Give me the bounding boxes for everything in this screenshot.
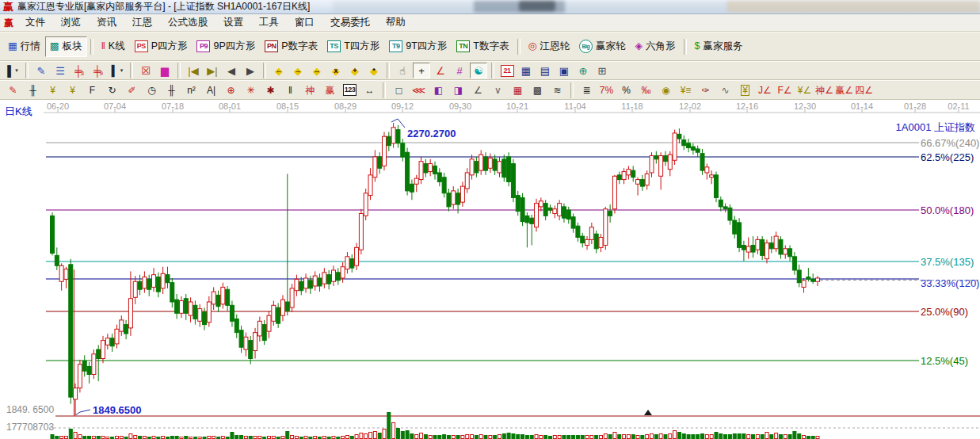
- toolbar-sectors[interactable]: ▩板块: [45, 36, 87, 57]
- draw-v-lines[interactable]: ∨: [489, 82, 507, 98]
- chart-area[interactable]: 06-2007-0407-1808-0108-1508-2909-1209-30…: [0, 100, 980, 439]
- tool-crosshair[interactable]: +: [413, 63, 430, 78]
- draw-red-pen[interactable]: ✎: [4, 82, 22, 98]
- menu-item[interactable]: 工具: [251, 14, 287, 31]
- toolbar-9t-square[interactable]: T99T四方形: [384, 36, 452, 57]
- menu-item[interactable]: 浏览: [53, 14, 89, 31]
- draw-percent-lines[interactable]: ‰: [637, 82, 655, 98]
- draw-ying-tool[interactable]: 赢: [321, 82, 339, 98]
- draw-ruler-ticks[interactable]: ╫: [24, 82, 42, 98]
- tool-zoom-reset[interactable]: ◆x: [327, 63, 345, 78]
- toolbar-p-number-table[interactable]: PNP数字表: [260, 36, 322, 57]
- draw-grid-red[interactable]: ▦: [509, 82, 527, 98]
- draw-brush-tool[interactable]: ✑: [696, 82, 715, 98]
- tool-grid-net[interactable]: #: [451, 63, 468, 78]
- tool-period-candle-dropdown[interactable]: ▌▾: [4, 63, 21, 78]
- tool-bars-3[interactable]: ╪3: [71, 63, 88, 78]
- draw-gann-compass[interactable]: ⊕: [222, 82, 240, 98]
- tool-tick-figure[interactable]: ☒: [137, 63, 154, 78]
- tool-stretch-horizontal[interactable]: ◆↔: [308, 63, 326, 78]
- peak-price-annotation[interactable]: 2270.2700: [407, 128, 456, 139]
- toolbar-hexagon[interactable]: ◈六角形: [630, 36, 680, 57]
- tool-page-next[interactable]: ▶: [242, 63, 259, 78]
- draw-spiral-tool[interactable]: ↻: [103, 82, 121, 98]
- draw-ruler-123[interactable]: 123: [341, 82, 359, 98]
- low-price-annotation[interactable]: 1849.6500: [93, 404, 141, 416]
- tool-smart-analysis[interactable]: ☯: [470, 63, 487, 78]
- tool-shift-left[interactable]: ◆←: [270, 63, 288, 78]
- draw-box-fan[interactable]: ◧: [429, 82, 448, 98]
- menu-item[interactable]: 设置: [215, 14, 251, 31]
- draw-four-angle[interactable]: 四∠: [855, 82, 873, 98]
- tool-page-prev[interactable]: ◀: [223, 63, 240, 78]
- draw-kline-mark[interactable]: ǁ: [281, 82, 299, 98]
- draw-text-label-tool[interactable]: A|: [202, 82, 220, 98]
- toolbar-winner-service[interactable]: $赢家服务: [690, 36, 748, 57]
- toolbar-kline[interactable]: ‖K线: [97, 36, 130, 57]
- tool-angle-pin[interactable]: ∠: [432, 63, 449, 78]
- tool-first-page[interactable]: |◀: [185, 63, 202, 78]
- draw-grid-edit[interactable]: ▩: [528, 82, 547, 98]
- menu-item[interactable]: 交易委托: [322, 14, 378, 31]
- toolbar-t-number-table[interactable]: TNT数字表: [452, 36, 513, 57]
- draw-tick-ruler[interactable]: ╫: [162, 82, 181, 98]
- draw-j-angle[interactable]: J∠: [756, 82, 774, 98]
- volume-bar: [517, 435, 520, 439]
- draw-n-squared[interactable]: n²: [182, 82, 200, 98]
- draw-shen-angle[interactable]: 神∠: [815, 82, 833, 98]
- tool-save-remote[interactable]: ⊕: [574, 63, 592, 78]
- tool-last-page[interactable]: ▶|: [204, 63, 221, 78]
- tool-save[interactable]: ▣: [555, 63, 573, 78]
- tool-calendar[interactable]: 21: [498, 63, 516, 78]
- draw-shen-tool[interactable]: 神: [301, 82, 319, 98]
- toolbar-quotes[interactable]: ▦行情: [3, 36, 45, 57]
- menu-item[interactable]: 文件: [17, 14, 53, 31]
- draw-percent[interactable]: %: [617, 82, 635, 98]
- tool-color-histogram[interactable]: ▆: [156, 63, 174, 78]
- draw-gold-ruler-2[interactable]: ¥: [63, 82, 82, 98]
- draw-star-burst[interactable]: ✳: [242, 82, 260, 98]
- menu-item[interactable]: 江恩: [124, 14, 160, 31]
- tool-calculator[interactable]: ▦: [517, 63, 535, 78]
- draw-gold-circle[interactable]: ◉: [657, 82, 675, 98]
- draw-fan-lines[interactable]: ⋘: [410, 82, 428, 98]
- tool-bars-9[interactable]: ╪9: [90, 63, 107, 78]
- toolbar-p-square[interactable]: PSP四方形: [130, 36, 193, 57]
- tool-expand-view[interactable]: ◆*: [365, 63, 383, 78]
- tool-shift-right[interactable]: ◆→: [289, 63, 307, 78]
- tool-detail-list[interactable]: ☰: [51, 63, 69, 78]
- p-number-table-icon: PN: [265, 40, 278, 52]
- draw-histogram-tool[interactable]: ≣: [578, 82, 596, 98]
- menu-item[interactable]: 公式选股: [160, 14, 215, 31]
- draw-gold-angle[interactable]: ¥∠: [795, 82, 814, 98]
- menu-item[interactable]: 资讯: [89, 14, 124, 31]
- draw-gold-lines[interactable]: ¥≡: [677, 82, 695, 98]
- toolbar-9p-square[interactable]: P99P四方形: [192, 36, 260, 57]
- tool-workstation[interactable]: ⊞: [593, 63, 611, 78]
- tool-pan-hand[interactable]: ☝: [394, 63, 411, 78]
- draw-gold-ruler-1[interactable]: ¥: [44, 82, 62, 98]
- draw-star-box[interactable]: ✱: [261, 82, 280, 98]
- draw-box-lines[interactable]: ◨: [449, 82, 467, 98]
- draw-f-angle[interactable]: F∠: [776, 82, 794, 98]
- draw-percent-7[interactable]: 7%: [597, 82, 616, 98]
- draw-wave-tool[interactable]: ∿: [716, 82, 734, 98]
- menu-item[interactable]: 帮助: [378, 14, 414, 31]
- draw-slant-lines[interactable]: ≋: [548, 82, 566, 98]
- tool-single-candle-dropdown[interactable]: ▍▾: [109, 63, 126, 78]
- toolbar-t-square[interactable]: TST四方形: [322, 36, 384, 57]
- tool-compress-view[interactable]: ◆+: [346, 63, 364, 78]
- toolbar-gann-wheel[interactable]: ◎江恩轮: [524, 36, 574, 57]
- draw-gold-box[interactable]: ¥: [736, 82, 754, 98]
- menu-item[interactable]: 窗口: [287, 14, 322, 31]
- draw-angle-lines[interactable]: ∠: [469, 82, 487, 98]
- draw-select-box[interactable]: ◻: [390, 82, 408, 98]
- draw-width-measure[interactable]: ↔: [360, 82, 379, 98]
- tool-notebook[interactable]: ▤: [536, 63, 554, 78]
- draw-time-cycle-clock[interactable]: ◷: [143, 82, 161, 98]
- draw-ying-angle[interactable]: 赢∠: [835, 82, 853, 98]
- draw-f-ruler[interactable]: F: [83, 82, 101, 98]
- draw-red-marker[interactable]: ✐: [123, 82, 141, 98]
- tool-trendline-sketch[interactable]: ✎: [32, 63, 50, 78]
- toolbar-winner-wheel[interactable]: Big赢家轮: [574, 36, 631, 57]
